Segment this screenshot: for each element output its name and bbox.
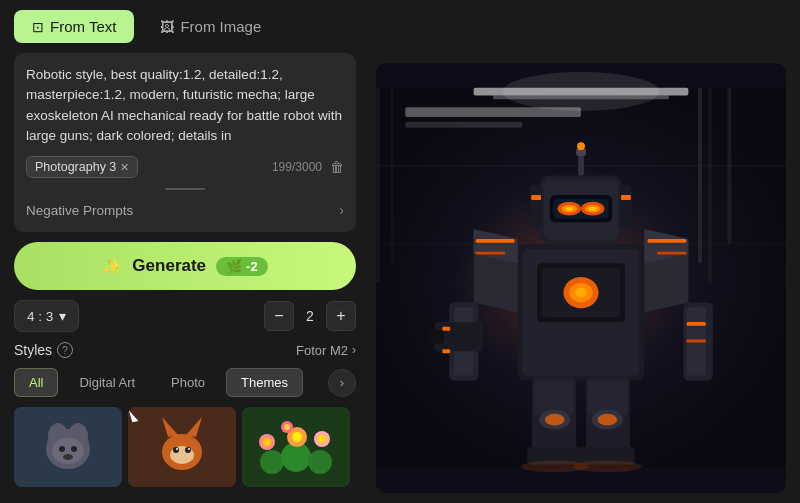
char-count: 199/3000 🗑 — [272, 159, 344, 175]
right-panel — [370, 53, 800, 503]
negative-prompts-row[interactable]: Negative Prompts › — [26, 200, 344, 220]
svg-point-81 — [598, 414, 618, 426]
svg-rect-46 — [657, 252, 686, 255]
svg-rect-90 — [391, 88, 394, 264]
from-image-icon: 🖼 — [160, 19, 174, 35]
svg-point-42 — [575, 288, 587, 298]
credit-value: -2 — [246, 259, 258, 274]
svg-point-23 — [263, 438, 271, 446]
prompt-area: Robotic style, best quality:1.2, detaile… — [14, 53, 356, 232]
svg-rect-73 — [621, 195, 631, 200]
svg-point-93 — [503, 72, 659, 111]
svg-rect-76 — [534, 381, 574, 415]
svg-point-15 — [185, 447, 191, 453]
trash-icon[interactable]: 🗑 — [330, 159, 344, 175]
svg-rect-44 — [476, 252, 505, 255]
thumb-circle-2 — [128, 407, 236, 487]
styles-text: Styles — [14, 342, 52, 358]
from-text-icon: ⊡ — [32, 19, 44, 35]
magic-icon: ✨ — [102, 257, 122, 276]
tab-from-text[interactable]: ⊡ From Text — [14, 10, 134, 43]
style-tabs: All Digital Art Photo Themes › — [14, 368, 356, 397]
svg-rect-50 — [430, 330, 445, 344]
svg-point-16 — [176, 448, 178, 450]
left-panel: Robotic style, best quality:1.2, detaile… — [0, 53, 370, 503]
prompt-text[interactable]: Robotic style, best quality:1.2, detaile… — [26, 65, 344, 146]
fotor-label: Fotor M2 — [296, 343, 348, 358]
thumb-circle-1 — [14, 407, 122, 487]
robot-image — [376, 63, 786, 493]
svg-rect-45 — [647, 239, 686, 243]
tag-label: Photography 3 — [35, 160, 116, 174]
svg-point-68 — [565, 207, 573, 211]
svg-point-27 — [318, 435, 326, 443]
svg-point-14 — [173, 447, 179, 453]
leaf-icon: 🌿 — [226, 259, 242, 274]
aspect-value: 4 : 3 — [27, 309, 53, 324]
tags-row: Photography 3 ✕ 199/3000 🗑 — [26, 156, 344, 178]
fotor-link[interactable]: Fotor M2 › — [296, 343, 356, 358]
svg-rect-34 — [405, 122, 522, 128]
svg-rect-88 — [727, 88, 731, 244]
svg-point-7 — [63, 454, 73, 460]
svg-point-5 — [59, 446, 65, 452]
generate-label: Generate — [132, 256, 206, 276]
controls-row: 4 : 3 ▾ − 2 + — [14, 300, 356, 332]
svg-rect-59 — [578, 154, 584, 175]
svg-point-21 — [308, 450, 332, 474]
tag-chip-photography[interactable]: Photography 3 ✕ — [26, 156, 138, 178]
aspect-select[interactable]: 4 : 3 ▾ — [14, 300, 79, 332]
svg-point-69 — [589, 207, 597, 211]
style-thumb-3[interactable] — [242, 407, 350, 487]
quantity-control: − 2 + — [264, 301, 356, 331]
style-thumbnails — [14, 407, 356, 487]
svg-point-85 — [573, 461, 641, 473]
svg-point-19 — [260, 450, 284, 474]
tag-remove-icon[interactable]: ✕ — [120, 161, 129, 174]
thumb-circle-3 — [242, 407, 350, 487]
svg-rect-51 — [442, 327, 450, 331]
credit-badge: 🌿 -2 — [216, 257, 268, 276]
style-tab-all[interactable]: All — [14, 368, 58, 397]
styles-header: Styles ? Fotor M2 › — [14, 342, 356, 358]
help-icon[interactable]: ? — [57, 342, 73, 358]
svg-rect-52 — [442, 349, 450, 353]
svg-rect-71 — [620, 185, 632, 229]
svg-rect-56 — [686, 340, 706, 343]
svg-point-4 — [52, 438, 84, 464]
svg-rect-72 — [531, 195, 541, 200]
tab-from-text-label: From Text — [50, 18, 116, 35]
svg-rect-89 — [376, 88, 380, 283]
main-layout: Robotic style, best quality:1.2, detaile… — [0, 53, 800, 503]
chevron-down-icon: ▾ — [59, 308, 66, 324]
quantity-decrease-button[interactable]: − — [264, 301, 294, 331]
style-thumb-1[interactable] — [14, 407, 122, 487]
fotor-arrow-icon: › — [352, 343, 356, 357]
tab-from-image[interactable]: 🖼 From Image — [142, 10, 279, 43]
svg-rect-86 — [698, 88, 702, 264]
svg-rect-55 — [686, 322, 706, 326]
svg-point-80 — [545, 414, 565, 426]
svg-point-17 — [188, 448, 190, 450]
styles-label: Styles ? — [14, 342, 73, 358]
style-tab-digital-art[interactable]: Digital Art — [64, 368, 150, 397]
svg-point-61 — [577, 142, 585, 150]
svg-point-29 — [284, 424, 290, 430]
negative-prompts-label: Negative Prompts — [26, 203, 133, 218]
style-tab-photo[interactable]: Photo — [156, 368, 220, 397]
quantity-increase-button[interactable]: + — [326, 301, 356, 331]
style-thumb-2[interactable] — [128, 407, 236, 487]
divider — [165, 188, 205, 190]
style-tabs-next-button[interactable]: › — [328, 369, 356, 397]
tab-from-image-label: From Image — [180, 18, 261, 35]
svg-rect-87 — [708, 88, 712, 283]
svg-rect-70 — [530, 185, 542, 229]
chevron-right-icon: › — [339, 202, 344, 218]
generate-button[interactable]: ✨ Generate 🌿 -2 — [14, 242, 356, 290]
svg-rect-43 — [476, 239, 515, 243]
svg-rect-77 — [588, 381, 628, 415]
style-tab-themes[interactable]: Themes — [226, 368, 303, 397]
svg-point-25 — [292, 432, 302, 442]
tab-bar: ⊡ From Text 🖼 From Image — [0, 0, 800, 53]
quantity-value: 2 — [302, 308, 318, 324]
